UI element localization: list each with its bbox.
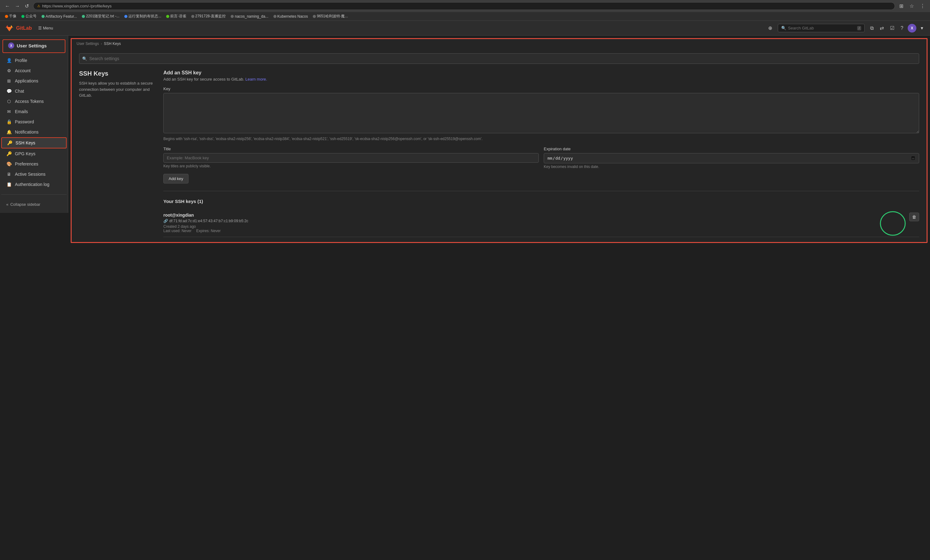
page-left: SSH Keys SSH keys allow you to establish… [79, 70, 154, 237]
key-textarea[interactable] [163, 93, 919, 133]
content-inner: 🔍 SSH Keys SSH keys allow you to establi… [72, 48, 927, 242]
sidebar-item-password[interactable]: 🔒 Password [1, 117, 67, 127]
ssh-key-usage: Last used: Never Expires: Never [163, 229, 904, 233]
bookmark-monitor[interactable]: 2791728-直播监控 [189, 13, 228, 20]
sidebar-item-access-tokens[interactable]: ⬡ Access Tokens [1, 96, 67, 106]
address-bar[interactable]: ⚠ https://www.xingdian.com/-/profile/key… [33, 2, 895, 10]
title-label: Title [163, 146, 539, 151]
add-key-button[interactable]: Add key [163, 174, 188, 183]
sidebar-label-applications: Applications [15, 78, 38, 83]
bookmark-icon [273, 15, 277, 18]
bookmark-icon [231, 15, 234, 18]
bookmark-kubernetes[interactable]: Kubernetes Nacos [271, 14, 310, 19]
bookmark-state[interactable]: 运行复制的有状态... [122, 13, 163, 20]
sidebar-label-account: Account [15, 68, 31, 73]
add-section-title: Add an SSH key [163, 70, 919, 75]
sidebar-title: User Settings [17, 43, 47, 48]
help-button[interactable]: ? [899, 24, 905, 32]
menu-label: Menu [43, 26, 53, 30]
board-icon-button[interactable]: ⧉ [868, 24, 875, 32]
security-icon: ⚠ [37, 4, 40, 8]
bookmarks-bar: 千像 公众号 Artifactory Featur... 2201随堂笔记.tx… [0, 12, 930, 20]
sidebar-item-active-sessions[interactable]: 🖥 Active Sessions [1, 169, 67, 179]
title-input[interactable] [163, 153, 539, 163]
page-title: SSH Keys [79, 70, 154, 77]
search-settings-input[interactable] [79, 53, 919, 64]
breadcrumb: User Settings › SSH Keys [72, 39, 927, 48]
search-input[interactable] [788, 26, 855, 30]
search-bar[interactable]: 🔍 / [778, 24, 865, 32]
sidebar-item-applications[interactable]: ⊞ Applications [1, 76, 67, 86]
ssh-key-expires: Expires: Never [196, 229, 221, 233]
sidebar-label-emails: Emails [15, 109, 28, 114]
bookmark-gongzhonghao[interactable]: 公众号 [20, 13, 38, 20]
bookmark-icon [5, 15, 8, 18]
top-nav-icons: ⧉ ⇄ ☑ ? X ▾ [868, 24, 925, 32]
merge-request-button[interactable]: ⇄ [878, 24, 886, 32]
collapse-label: Collapse sidebar [10, 202, 40, 207]
todo-button[interactable]: ☑ [888, 24, 896, 32]
new-item-button[interactable]: ⊕ [766, 24, 774, 32]
menu-button[interactable]: ☰ Menu [35, 25, 56, 32]
divider [163, 191, 919, 191]
svg-marker-6 [12, 27, 13, 28]
search-settings-wrapper: 🔍 [79, 53, 919, 64]
gpg-keys-icon: 🔑 [6, 151, 12, 156]
sidebar-label-gpg-keys: GPG Keys [15, 151, 35, 156]
user-avatar[interactable]: X [908, 24, 916, 32]
bookmark-artifactory[interactable]: Artifactory Featur... [40, 14, 79, 19]
bookmark-yuque[interactable]: 前言·语雀 [164, 13, 188, 20]
bookmark-harrypotter[interactable]: 9651哈利波特·魔... [311, 13, 350, 20]
svg-point-7 [881, 212, 905, 235]
add-section-description: Add an SSH key for secure access to GitL… [163, 77, 919, 82]
bookmark-icon [22, 15, 25, 18]
expiry-group: Expiration date Key becomes invalid on t… [544, 146, 919, 169]
applications-icon: ⊞ [6, 78, 12, 83]
ssh-key-fingerprint: 🔗 df:71:fd:ad:7c:d1:e4:57:43:47:b7:c1:b9… [163, 219, 904, 223]
favorites-button[interactable]: ☆ [908, 2, 916, 10]
page-desc-line1: SSH keys allow you to establish a secure [79, 81, 153, 86]
sidebar-item-account[interactable]: ⚙ Account [1, 66, 67, 75]
sidebar-item-gpg-keys[interactable]: 🔑 GPG Keys [1, 149, 67, 158]
slash-shortcut: / [857, 26, 861, 30]
collapse-sidebar-button[interactable]: « Collapse sidebar [1, 200, 67, 209]
sidebar-item-auth-log[interactable]: 📋 Authentication log [1, 180, 67, 189]
reload-button[interactable]: ↺ [23, 3, 31, 9]
sidebar-item-notifications[interactable]: 🔔 Notifications [1, 127, 67, 137]
nav-buttons: ← → ↺ [3, 3, 31, 9]
learn-more-link[interactable]: Learn more. [245, 77, 267, 82]
url-text: https://www.xingdian.com/-/profile/keys [42, 4, 112, 8]
sidebar-item-ssh-keys[interactable]: 🔑 SSH Keys [1, 137, 67, 148]
content-area: User Settings › SSH Keys 🔍 [68, 35, 930, 559]
bookmark-notes[interactable]: 2201随堂笔记.txt -... [80, 13, 121, 20]
bookmark-nacos[interactable]: nacos_naming_da... [229, 14, 270, 19]
sidebar-item-profile[interactable]: 👤 Profile [1, 55, 67, 65]
sidebar-label-auth-log: Authentication log [15, 182, 49, 187]
extensions-button[interactable]: ⊞ [898, 2, 905, 10]
bookmark-icon [82, 15, 85, 18]
sidebar-item-chat[interactable]: 💬 Chat [1, 86, 67, 96]
sidebar-item-preferences[interactable]: 🎨 Preferences [1, 159, 67, 169]
sidebar-header: X User Settings [3, 39, 65, 53]
auth-log-icon: 📋 [6, 182, 12, 187]
forward-button[interactable]: → [13, 3, 22, 9]
chat-icon: 💬 [6, 89, 12, 94]
add-ssh-key-section: Add an SSH key Add an SSH key for secure… [163, 70, 919, 183]
hamburger-icon: ☰ [38, 26, 42, 30]
avatar-dropdown-button[interactable]: ▾ [919, 24, 925, 32]
app-container: GitLab ☰ Menu ⊕ 🔍 / ⧉ ⇄ ☑ ? X ▾ [0, 21, 930, 559]
title-group: Title Key titles are publicly visible. [163, 146, 539, 169]
annotation-circle [879, 209, 907, 237]
bookmark-qianxiang[interactable]: 千像 [3, 13, 18, 20]
browser-chrome: ← → ↺ ⚠ https://www.xingdian.com/-/profi… [0, 0, 930, 21]
delete-key-button[interactable]: 🗑 [909, 212, 919, 221]
form-row: Title Key titles are publicly visible. E… [163, 146, 919, 169]
back-button[interactable]: ← [3, 3, 12, 9]
sidebar-item-emails[interactable]: ✉ Emails [1, 107, 67, 117]
page-layout: SSH Keys SSH keys allow you to establish… [79, 70, 919, 237]
svg-marker-2 [6, 27, 12, 31]
expiry-date-input[interactable] [544, 153, 919, 163]
bookmark-icon [313, 15, 316, 18]
browser-menu-button[interactable]: ⋮ [918, 2, 927, 10]
breadcrumb-parent-link[interactable]: User Settings [77, 42, 99, 46]
